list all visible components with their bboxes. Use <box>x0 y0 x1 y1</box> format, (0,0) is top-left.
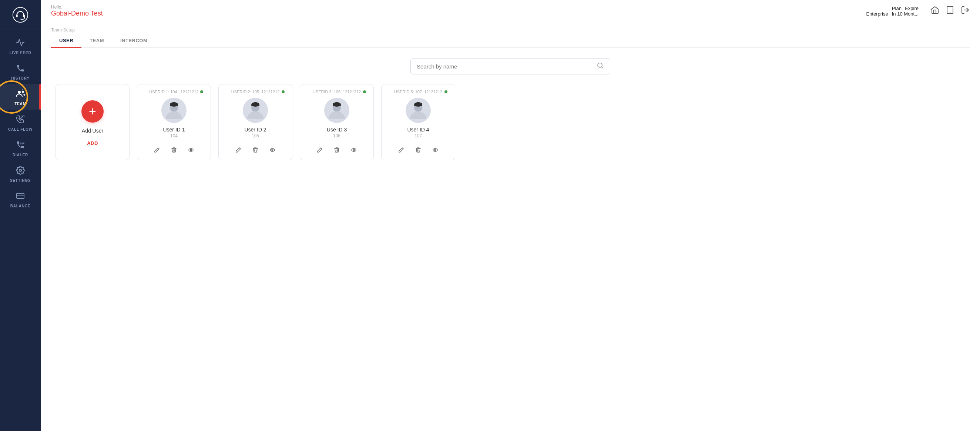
svg-point-26 <box>352 148 356 152</box>
header-icons <box>931 6 970 17</box>
tablet-icon[interactable] <box>946 6 954 17</box>
svg-point-22 <box>270 148 275 152</box>
search-bar <box>410 59 610 74</box>
card-actions <box>314 144 360 155</box>
svg-point-0 <box>13 7 28 22</box>
status-badge <box>444 89 448 94</box>
sidebar: LIVE FEED HISTORY + <box>0 0 41 431</box>
status-badge <box>199 89 204 94</box>
tabs: USER TEAM INTERCOM <box>51 34 970 48</box>
svg-point-19 <box>190 149 192 151</box>
search-input[interactable] <box>417 63 593 70</box>
team-icon: + <box>16 89 25 101</box>
sidebar-item-label: BALANCE <box>10 204 31 208</box>
card-actions <box>151 144 197 155</box>
settings-icon <box>16 166 25 177</box>
status-badge <box>362 89 367 94</box>
svg-point-27 <box>353 149 355 151</box>
user-name: User ID 1 <box>163 127 185 132</box>
sidebar-item-history[interactable]: HISTORY <box>0 59 41 84</box>
edit-button[interactable] <box>396 144 407 155</box>
view-button[interactable] <box>185 144 197 155</box>
user-name: User ID 2 <box>244 127 266 132</box>
svg-point-13 <box>950 12 950 13</box>
sidebar-item-label: HISTORY <box>11 76 30 80</box>
user-cards-area: + Add User ADD USERID 1: 104 _12121212 <box>41 81 980 171</box>
svg-point-4 <box>18 91 21 94</box>
user-id-label: USERID 2: 105_12121212 <box>231 89 279 94</box>
tab-user[interactable]: USER <box>51 34 81 48</box>
plan-label: Plan Expire <box>892 6 919 11</box>
delete-button[interactable] <box>331 144 342 155</box>
search-icon <box>597 62 604 71</box>
svg-point-18 <box>189 148 193 152</box>
add-user-card: + Add User ADD <box>56 84 129 160</box>
view-button[interactable] <box>348 144 360 155</box>
sidebar-item-team[interactable]: + TEAM <box>0 84 41 110</box>
tab-intercom[interactable]: INTERCOM <box>112 34 156 48</box>
sidebar-item-label: LIVE FEED <box>10 51 32 55</box>
sidebar-item-dialer[interactable]: SIP DIALER <box>0 135 41 161</box>
view-button[interactable] <box>267 144 278 155</box>
content-area: Team Setup USER TEAM INTERCOM + <box>41 22 980 431</box>
sidebar-item-label: CALL FLOW <box>8 128 33 131</box>
live-feed-icon <box>16 38 25 49</box>
view-button[interactable] <box>430 144 441 155</box>
dialer-icon: SIP <box>16 140 25 152</box>
section-label: Team Setup <box>51 27 970 33</box>
avatar <box>324 98 349 123</box>
sidebar-item-balance[interactable]: BALANCE <box>0 186 41 212</box>
balance-icon <box>16 192 25 203</box>
user-card: USERID 1: 104 _12121212 User ID 1 104 <box>137 84 211 160</box>
svg-rect-2 <box>23 14 25 17</box>
sidebar-item-label: DIALER <box>13 153 28 157</box>
main-content: Hello, Gobal-Demo Test Plan Expire Enter… <box>41 0 980 431</box>
delete-button[interactable] <box>250 144 261 155</box>
status-badge <box>281 89 285 94</box>
edit-button[interactable] <box>151 144 162 155</box>
edit-button[interactable] <box>314 144 325 155</box>
header-title: Gobal-Demo Test <box>51 10 103 18</box>
svg-point-31 <box>434 149 436 151</box>
header-left: Hello, Gobal-Demo Test <box>51 5 103 18</box>
user-id-label: USERID 1: 104 _12121212 <box>149 89 198 94</box>
user-ext: 104 <box>170 133 178 139</box>
svg-point-3 <box>21 19 21 20</box>
add-user-label: Add User <box>82 128 103 134</box>
add-action-button[interactable]: ADD <box>87 140 98 146</box>
history-icon <box>16 64 25 75</box>
delete-button[interactable] <box>169 144 180 155</box>
svg-rect-11 <box>17 193 24 198</box>
sidebar-item-label: TEAM <box>14 102 26 106</box>
tab-team[interactable]: TEAM <box>81 34 112 48</box>
header-greeting: Hello, <box>51 5 103 10</box>
sidebar-item-live-feed[interactable]: LIVE FEED <box>0 33 41 59</box>
logout-icon[interactable] <box>961 6 970 17</box>
section-header: Team Setup USER TEAM INTERCOM <box>41 22 980 48</box>
call-flow-icon <box>16 115 25 126</box>
user-card: USERID 2: 105_12121212 User ID 2 105 <box>218 84 293 160</box>
user-id-label: USERID 3: 106_12121212 <box>313 89 361 94</box>
edit-button[interactable] <box>233 144 244 155</box>
user-name: User ID 4 <box>407 127 429 132</box>
user-ext: 107 <box>415 133 422 139</box>
delete-button[interactable] <box>413 144 424 155</box>
svg-text:+: + <box>22 89 24 91</box>
user-card: USERID 3: 106_12121212 Use ID 3 106 <box>300 84 374 160</box>
svg-point-10 <box>19 169 21 171</box>
svg-point-23 <box>272 149 273 151</box>
home-icon[interactable] <box>931 6 939 17</box>
sidebar-item-settings[interactable]: SETTINGS <box>0 161 41 186</box>
svg-point-30 <box>433 148 438 152</box>
sidebar-item-label: SETTINGS <box>10 179 31 182</box>
sidebar-nav: LIVE FEED HISTORY + <box>0 30 41 431</box>
card-actions <box>233 144 278 155</box>
svg-rect-1 <box>16 14 18 17</box>
user-id-label: USERID 5: 107_12121212 <box>394 89 442 94</box>
plan-values: Enterprise In 10 Mont... <box>866 11 919 17</box>
header-right: Plan Expire Enterprise In 10 Mont... <box>866 6 970 17</box>
search-bar-container <box>41 48 980 81</box>
sidebar-item-call-flow[interactable]: CALL FLOW <box>0 110 41 135</box>
add-user-button[interactable]: + <box>81 101 103 123</box>
avatar <box>161 98 186 123</box>
